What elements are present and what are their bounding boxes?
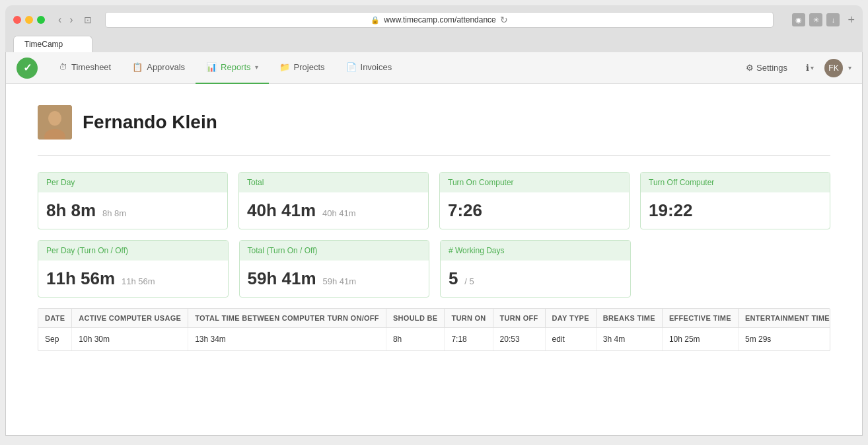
user-header: Fernando Klein (38, 105, 830, 140)
stat-value-per-day: 8h 8m (46, 200, 96, 220)
stat-header-per-day: Per Day (38, 173, 227, 192)
stat-card-per-day: Per Day 8h 8m 8h 8m (38, 172, 228, 229)
table-row: Sep 10h 30m 13h 34m 8h 7:18 20:53 edit 3… (38, 328, 830, 351)
ext-icon-2[interactable]: ✳ (809, 13, 822, 26)
nav-label-approvals: Approvals (147, 62, 185, 72)
page-content: Fernando Klein Per Day 8h 8m 8h 8m Total… (6, 84, 862, 372)
info-icon: ℹ (806, 63, 809, 73)
stats-row-2: Per Day (Turn On / Off) 11h 56m 11h 56m … (38, 240, 830, 298)
stat-card-working-days: # Working Days 5 / 5 (440, 240, 631, 298)
stat-header-turn-on: Turn On Computer (440, 173, 629, 192)
col-entertainment-time: ENTERTAINMENT TIME (738, 309, 830, 328)
stat-value-total-on-off: 59h 41m (248, 268, 316, 288)
col-should-be: SHOULD BE (386, 309, 444, 328)
svg-point-1 (48, 111, 61, 126)
nav-right: ⚙ Settings ℹ ▾ FK ▾ (738, 59, 851, 77)
stat-card-total-on-off: Total (Turn On / Off) 59h 41m 59h 41m (239, 240, 430, 298)
close-button[interactable] (13, 16, 21, 24)
top-nav: ✓ ⏱ Timesheet 📋 Approvals 📊 Reports ▾ 📁 (6, 52, 862, 84)
cell-entertainment-time: 5m 29s (738, 328, 830, 351)
cell-turn-off: 20:53 (493, 328, 545, 351)
add-tab-button[interactable]: + (848, 13, 855, 27)
browser-tab[interactable]: TimeCamp (13, 36, 92, 52)
stat-body-working-days: 5 / 5 (441, 261, 630, 297)
cell-total-time: 13h 34m (188, 328, 386, 351)
stat-card-turn-off: Turn Off Computer 19:22 (640, 172, 830, 229)
nav-item-timesheet[interactable]: ⏱ Timesheet (48, 52, 122, 84)
avatar-chevron: ▾ (848, 64, 851, 71)
stat-sub-working-days: / 5 (464, 276, 474, 286)
settings-button[interactable]: ⚙ Settings (738, 59, 795, 77)
col-breaks-time: BREAKS TIME (596, 309, 662, 328)
stat-value-working-days: 5 (449, 268, 458, 288)
stats-row-1: Per Day 8h 8m 8h 8m Total 40h 41m 40h 41… (38, 172, 830, 229)
lock-icon: 🔒 (371, 16, 380, 24)
url-text: www.timecamp.com/attendance (384, 15, 495, 24)
reader-button[interactable]: ⊡ (84, 15, 92, 25)
col-day-type: DAY TYPE (545, 309, 596, 328)
col-total-time: TOTAL TIME BETWEEN COMPUTER TURN ON/OFF (188, 309, 386, 328)
stat-card-per-day-on-off: Per Day (Turn On / Off) 11h 56m 11h 56m (38, 240, 229, 298)
reload-button[interactable]: ↻ (500, 15, 508, 25)
stat-sub-per-day-on-off: 11h 56m (122, 276, 155, 286)
cell-day-type[interactable]: edit (545, 328, 596, 351)
nav-label-projects: Projects (294, 62, 325, 72)
minimize-button[interactable] (25, 16, 33, 24)
stat-sub-per-day: 8h 8m (102, 208, 126, 218)
stat-value-turn-off: 19:22 (649, 200, 693, 220)
stat-card-total: Total 40h 41m 40h 41m (238, 172, 429, 229)
nav-item-invoices[interactable]: 📄 Invoices (336, 52, 403, 84)
col-effective-time: EFFECTIVE TIME (662, 309, 738, 328)
cell-effective-time: 10h 25m (662, 328, 738, 351)
stat-sub-total: 40h 41m (322, 208, 356, 218)
nav-item-projects[interactable]: 📁 Projects (269, 52, 336, 84)
settings-label: Settings (756, 63, 787, 73)
stat-value-turn-on: 7:26 (448, 200, 482, 220)
stat-body-per-day: 8h 8m 8h 8m (38, 192, 227, 229)
forward-button[interactable]: › (67, 14, 75, 26)
col-date: DATE (38, 309, 72, 328)
cell-active-computer: 10h 30m (72, 328, 188, 351)
stat-value-per-day-on-off: 11h 56m (46, 268, 115, 288)
maximize-button[interactable] (37, 16, 45, 24)
cell-should-be: 8h (386, 328, 444, 351)
avatar (38, 105, 72, 140)
reports-chevron: ▾ (255, 63, 258, 71)
info-chevron: ▾ (811, 64, 814, 71)
divider (38, 155, 830, 156)
cell-turn-on: 7:18 (445, 328, 493, 351)
stat-header-total: Total (239, 173, 428, 192)
approvals-icon: 📋 (132, 62, 143, 72)
stat-header-per-day-on-off: Per Day (Turn On / Off) (38, 241, 228, 261)
user-avatar-button[interactable]: FK (824, 59, 843, 77)
col-turn-off: TURN OFF (493, 309, 545, 328)
ext-icon-1[interactable]: ◉ (792, 13, 805, 26)
stat-card-turn-on: Turn On Computer 7:26 (439, 172, 630, 229)
data-table-wrapper: DATE ACTIVE COMPUTER USAGE TOTAL TIME BE… (38, 308, 830, 351)
stat-body-turn-on: 7:26 (440, 192, 629, 229)
app-logo[interactable]: ✓ (17, 58, 38, 79)
settings-gear-icon: ⚙ (746, 63, 754, 73)
stat-placeholder (641, 240, 831, 298)
url-bar[interactable]: 🔒 www.timecamp.com/attendance ↻ (105, 12, 774, 28)
col-active-computer: ACTIVE COMPUTER USAGE (72, 309, 188, 328)
back-button[interactable]: ‹ (55, 14, 64, 26)
table-header-row: DATE ACTIVE COMPUTER USAGE TOTAL TIME BE… (38, 309, 830, 328)
nav-item-approvals[interactable]: 📋 Approvals (122, 52, 196, 84)
stat-header-turn-off: Turn Off Computer (641, 173, 830, 192)
data-table: DATE ACTIVE COMPUTER USAGE TOTAL TIME BE… (38, 309, 830, 350)
stat-body-total: 40h 41m 40h 41m (239, 192, 428, 229)
stat-value-total: 40h 41m (247, 200, 316, 220)
timesheet-icon: ⏱ (59, 62, 67, 72)
info-button[interactable]: ℹ ▾ (801, 59, 819, 77)
nav-item-reports[interactable]: 📊 Reports ▾ (196, 52, 269, 84)
projects-icon: 📁 (279, 62, 290, 72)
nav-items: ⏱ Timesheet 📋 Approvals 📊 Reports ▾ 📁 Pr… (48, 52, 738, 84)
cell-date[interactable]: Sep (38, 328, 72, 351)
col-turn-on: TURN ON (445, 309, 493, 328)
nav-label-timesheet: Timesheet (71, 62, 111, 72)
stat-body-per-day-on-off: 11h 56m 11h 56m (38, 261, 228, 297)
ext-icon-3[interactable]: ↓ (826, 13, 840, 26)
page-title: Fernando Klein (83, 112, 217, 133)
stat-body-turn-off: 19:22 (641, 192, 830, 229)
